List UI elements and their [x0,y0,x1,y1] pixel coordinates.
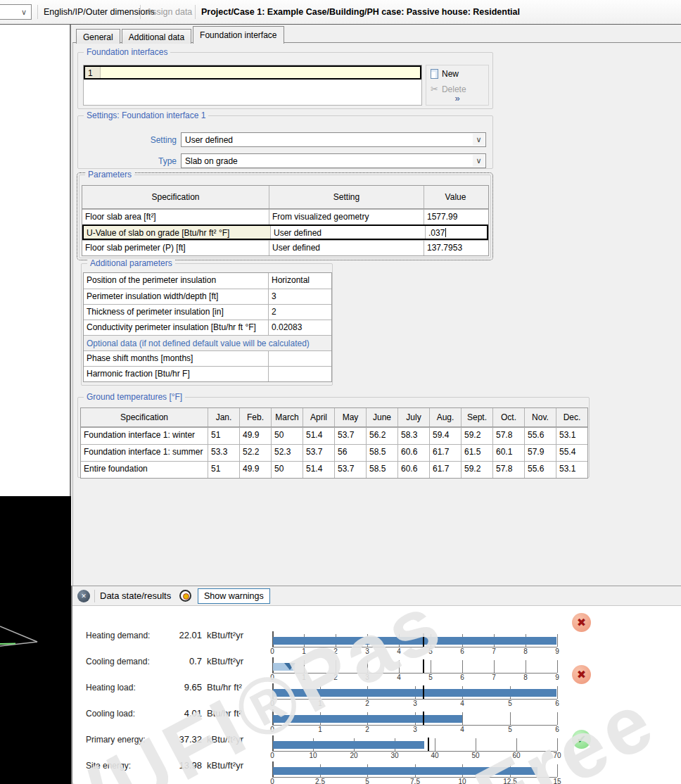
table-row[interactable]: Floor slab area [ft²]From visualized geo… [82,209,488,225]
value-cell[interactable]: 137.7953 [424,241,487,255]
value-cell[interactable] [268,351,331,366]
month-value-cell[interactable]: 49.9 [239,462,271,478]
table-row[interactable]: U-Value of slab on grade [Btu/hr ft² °F]… [82,225,488,240]
month-value-cell[interactable]: 53.1 [556,462,587,478]
foundation-interface-list[interactable]: 1 [83,65,422,106]
spec-cell[interactable]: Floor slab area [ft²] [82,210,269,225]
month-value-cell[interactable]: 50 [271,462,303,478]
month-value-cell[interactable]: 53.7 [334,462,366,478]
value-cell[interactable] [268,367,331,381]
month-value-cell[interactable]: 49.9 [239,428,271,444]
axis-tick [557,686,558,699]
table-row[interactable]: Entire foundation5149.95051.453.758.560.… [81,461,587,478]
show-warnings-button[interactable]: Show warnings [198,588,270,604]
table-row[interactable]: Perimeter insulation width/depth [ft]3 [84,289,331,304]
table-row[interactable]: Foundation interface 1: winter5149.95051… [81,427,587,444]
month-value-cell[interactable]: 57.9 [524,445,556,461]
month-value-cell[interactable]: 51 [208,462,239,478]
spec-cell[interactable]: Harmonic fraction [Btu/hr F] [84,367,268,381]
value-cell[interactable]: 0.02083 [268,320,331,335]
setting-combobox[interactable]: User defined ∨ [181,132,486,147]
setting-cell[interactable]: User defined [269,241,424,255]
group-parameters: Parameters SpecificationSettingValueFloo… [79,175,491,258]
month-value-cell[interactable]: 50 [271,428,303,444]
month-value-cell[interactable]: 53.7 [303,445,334,461]
tab-foundation-interface[interactable]: Foundation interface [193,26,284,44]
month-value-cell[interactable]: 51.4 [303,428,334,444]
menu-item-assign-data[interactable]: Assign data [146,0,192,24]
month-value-cell[interactable]: 60.1 [492,445,524,461]
month-value-cell[interactable]: 60.6 [397,462,429,478]
column-header: June [366,408,397,426]
tab-general[interactable]: General [76,29,120,44]
month-value-cell[interactable]: 52.2 [239,445,271,461]
toolbar-combobox[interactable]: ∨ [0,4,32,20]
model-viewport[interactable] [0,496,71,784]
spec-cell[interactable]: Position of the perimeter insulation [84,273,268,289]
spec-cell[interactable]: Conductivity perimeter insulation [Btu/h… [84,320,268,335]
setting-cell[interactable]: From visualized geometry [269,210,424,225]
chevron-down-icon[interactable]: ∨ [473,134,485,146]
table-row[interactable]: Position of the perimeter insulationHori… [84,273,331,289]
menu-item-units[interactable]: English/IP/Outer dimensions [44,0,155,24]
table-row[interactable]: Harmonic fraction [Btu/hr F] [84,366,331,381]
site-energy-unit: kBtu/ft²yr [207,760,243,771]
tab-additional-data[interactable]: Additional data [122,29,191,44]
spec-cell[interactable]: Floor slab perimeter (P) [ft] [82,241,269,255]
month-value-cell[interactable]: 56 [334,445,366,461]
spec-cell[interactable]: Perimeter insulation width/depth [ft] [84,289,268,304]
month-value-cell[interactable]: 53.3 [208,445,239,461]
month-value-cell[interactable]: 51 [208,428,239,444]
month-value-cell[interactable]: 55.6 [524,428,556,444]
ground-temperatures-table: SpecificationJan.Feb.MarchAprilMayJuneJu… [80,407,588,479]
value-cell[interactable]: 1577.99 [424,210,487,225]
month-value-cell[interactable]: 53.7 [334,428,366,444]
axis-tick [462,660,463,673]
month-value-cell[interactable]: 58.5 [366,445,397,461]
text-caret [445,228,446,237]
month-value-cell[interactable]: 55.6 [524,462,556,478]
chevron-down-icon[interactable]: ∨ [473,155,485,167]
table-row[interactable]: Conductivity perimeter insulation [Btu/h… [84,320,331,335]
value-cell[interactable]: 3 [268,289,331,304]
close-button[interactable]: ✕ [77,590,90,602]
more-button[interactable]: » [426,93,488,103]
month-value-cell[interactable]: 56.2 [366,428,397,444]
table-row[interactable]: Phase shift months [months] [84,350,331,366]
additional-parameters-table: Position of the perimeter insulationHori… [83,272,332,382]
month-value-cell[interactable]: 59.2 [461,428,492,444]
spec-cell[interactable]: Foundation interface 1: summer [81,445,208,461]
table-row[interactable]: Floor slab perimeter (P) [ft]User define… [82,240,488,255]
spec-cell[interactable]: U-Value of slab on grade [Btu/hr ft² °F] [84,226,270,239]
spec-cell[interactable]: Thickness of perimeter insulation [in] [84,305,268,320]
month-value-cell[interactable]: 57.8 [492,462,524,478]
month-value-cell[interactable]: 59.2 [461,462,492,478]
spec-cell[interactable]: Foundation interface 1: winter [81,428,208,444]
month-value-cell[interactable]: 58.5 [366,462,397,478]
month-value-cell[interactable]: 60.6 [397,445,429,461]
month-value-cell[interactable]: 61.7 [429,445,461,461]
cooling-demand-unit: kBtu/ft²yr [207,656,243,666]
month-value-cell[interactable]: 61.5 [461,445,492,461]
month-value-cell[interactable]: 51.4 [303,462,334,478]
value-cell[interactable]: 2 [268,305,331,320]
value-cell[interactable]: Horizontal [268,273,331,289]
table-row[interactable]: Thickness of perimeter insulation [in]2 [84,304,331,320]
table-row[interactable]: Foundation interface 1: summer53.352.252… [81,444,587,461]
gauge-row-heating-load: Heating load:9.65Btu/hr ft²0123456✖ [72,681,681,704]
value-cell[interactable]: .037 [425,226,485,239]
list-item[interactable]: 1 [84,65,421,80]
type-combobox[interactable]: Slab on grade ∨ [181,153,486,168]
spec-cell[interactable]: Phase shift months [months] [84,351,268,366]
spec-cell[interactable]: Entire foundation [81,462,208,478]
month-value-cell[interactable]: 58.3 [397,428,429,444]
new-button[interactable]: New [431,69,459,79]
month-value-cell[interactable]: 57.8 [492,428,524,444]
month-value-cell[interactable]: 55.4 [556,445,587,461]
setting-cell[interactable]: User defined [270,226,425,239]
month-value-cell[interactable]: 52.3 [271,445,303,461]
month-value-cell[interactable]: 61.7 [429,462,461,478]
header-separator [94,590,95,602]
month-value-cell[interactable]: 59.4 [429,428,461,444]
month-value-cell[interactable]: 53.1 [556,428,587,444]
